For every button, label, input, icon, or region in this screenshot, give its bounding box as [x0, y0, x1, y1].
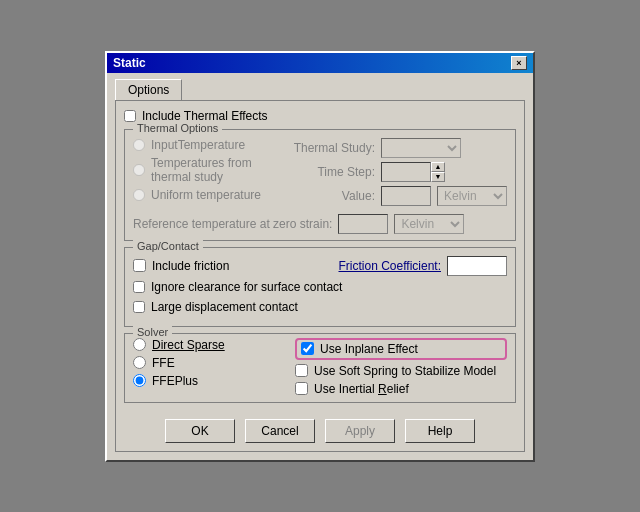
large-displacement-label: Large displacement contact: [151, 300, 298, 314]
use-inertial-label: Use Inertial Relief: [314, 382, 409, 396]
include-thermal-label: Include Thermal Effects: [142, 109, 268, 123]
cancel-button[interactable]: Cancel: [245, 419, 315, 443]
ref-temp-row: Reference temperature at zero strain: 27…: [133, 214, 507, 234]
friction-coeff-input[interactable]: 0.05: [447, 256, 507, 276]
ignore-clearance-label: Ignore clearance for surface contact: [151, 280, 342, 294]
thermal-study-field: Thermal Study:: [285, 138, 507, 158]
thermal-group-label: Thermal Options: [133, 122, 222, 134]
value-field: Value: 0 Kelvin: [285, 186, 507, 206]
tab-strip: Options: [115, 79, 525, 100]
title-bar-buttons: ×: [511, 56, 527, 70]
ffeplus-label: FFEPlus: [152, 374, 198, 388]
time-step-up[interactable]: ▲: [431, 162, 445, 172]
include-friction-label: Include friction: [152, 259, 333, 273]
thermal-content: InputTemperature Temperatures from therm…: [133, 138, 507, 234]
radio-uniform[interactable]: [133, 189, 145, 201]
time-step-spin-buttons: ▲ ▼: [431, 162, 445, 182]
include-friction-checkbox[interactable]: [133, 259, 146, 272]
radio-uniform-row: Uniform temperature: [133, 188, 281, 202]
ref-temp-input[interactable]: 273: [338, 214, 388, 234]
help-button[interactable]: Help: [405, 419, 475, 443]
large-displacement-row: Large displacement contact: [133, 300, 507, 314]
solver-group-label: Solver: [133, 326, 172, 338]
ok-button[interactable]: OK: [165, 419, 235, 443]
direct-sparse-label: Direct Sparse: [152, 338, 225, 352]
button-row: OK Cancel Apply Help: [124, 413, 516, 443]
large-displacement-checkbox[interactable]: [133, 301, 145, 313]
include-thermal-row: Include Thermal Effects: [124, 109, 516, 123]
radio-thermal-study[interactable]: [133, 164, 145, 176]
tab-content: Include Thermal Effects Thermal Options …: [115, 100, 525, 452]
include-thermal-checkbox[interactable]: [124, 110, 136, 122]
gap-contact-group-label: Gap/Contact: [133, 240, 203, 252]
radio-ffe[interactable]: [133, 356, 146, 369]
time-step-spin: 1 ▲ ▼: [381, 162, 445, 182]
radio-input-temp-row: InputTemperature: [133, 138, 281, 152]
time-step-input[interactable]: 1: [381, 162, 431, 182]
thermal-study-label: Thermal Study:: [285, 141, 375, 155]
solver-left: Direct Sparse FFE FFEPlus: [133, 338, 293, 396]
use-soft-spring-checkbox[interactable]: [295, 364, 308, 377]
friction-row: Include friction Friction Coefficient: 0…: [133, 256, 507, 276]
value-label: Value:: [285, 189, 375, 203]
ignore-clearance-row: Ignore clearance for surface contact: [133, 280, 507, 294]
time-step-field: Time Step: 1 ▲ ▼: [285, 162, 507, 182]
use-inertial-checkbox[interactable]: [295, 382, 308, 395]
thermal-options-group: Thermal Options InputTemperature Tempera…: [124, 129, 516, 241]
static-dialog: Static × Options Include Thermal Effects…: [105, 51, 535, 462]
solver-group: Solver Direct Sparse FFE FF: [124, 333, 516, 403]
dialog-body: Options Include Thermal Effects Thermal …: [107, 73, 533, 460]
dialog-title: Static: [113, 56, 146, 70]
use-inplane-row: Use Inplane Effect: [295, 338, 507, 360]
title-bar: Static ×: [107, 53, 533, 73]
value-input[interactable]: 0: [381, 186, 431, 206]
close-button[interactable]: ×: [511, 56, 527, 70]
use-inertial-row: Use Inertial Relief: [295, 382, 507, 396]
radio-input-temp[interactable]: [133, 139, 145, 151]
time-step-label: Time Step:: [285, 165, 375, 179]
ffeplus-row: FFEPlus: [133, 374, 293, 388]
radio-input-temp-label: InputTemperature: [151, 138, 245, 152]
apply-button[interactable]: Apply: [325, 419, 395, 443]
radio-uniform-label: Uniform temperature: [151, 188, 261, 202]
radio-direct-sparse[interactable]: [133, 338, 146, 351]
gap-contact-content: Include friction Friction Coefficient: 0…: [133, 256, 507, 314]
ref-temp-unit-select[interactable]: Kelvin: [394, 214, 464, 234]
ref-temp-label: Reference temperature at zero strain:: [133, 217, 332, 231]
thermal-grid: InputTemperature Temperatures from therm…: [133, 138, 507, 210]
use-inplane-checkbox[interactable]: [301, 342, 314, 355]
ffe-label: FFE: [152, 356, 175, 370]
thermal-study-select[interactable]: [381, 138, 461, 158]
radio-ffeplus[interactable]: [133, 374, 146, 387]
ignore-clearance-checkbox[interactable]: [133, 281, 145, 293]
thermal-right: Thermal Study: Time Step: 1 ▲ ▼: [285, 138, 507, 210]
solver-content: Direct Sparse FFE FFEPlus: [133, 338, 507, 396]
ffe-row: FFE: [133, 356, 293, 370]
direct-sparse-row: Direct Sparse: [133, 338, 293, 352]
use-soft-spring-label: Use Soft Spring to Stabilize Model: [314, 364, 496, 378]
use-inplane-label: Use Inplane Effect: [320, 342, 418, 356]
tab-options[interactable]: Options: [115, 79, 182, 100]
value-unit-select[interactable]: Kelvin: [437, 186, 507, 206]
thermal-left: InputTemperature Temperatures from therm…: [133, 138, 281, 210]
use-soft-spring-row: Use Soft Spring to Stabilize Model: [295, 364, 507, 378]
gap-contact-group: Gap/Contact Include friction Friction Co…: [124, 247, 516, 327]
time-step-down[interactable]: ▼: [431, 172, 445, 182]
radio-thermal-study-row: Temperatures from thermal study: [133, 156, 281, 184]
solver-right: Use Inplane Effect Use Soft Spring to St…: [295, 338, 507, 396]
friction-coeff-label: Friction Coefficient:: [339, 259, 442, 273]
radio-thermal-study-label: Temperatures from thermal study: [151, 156, 281, 184]
